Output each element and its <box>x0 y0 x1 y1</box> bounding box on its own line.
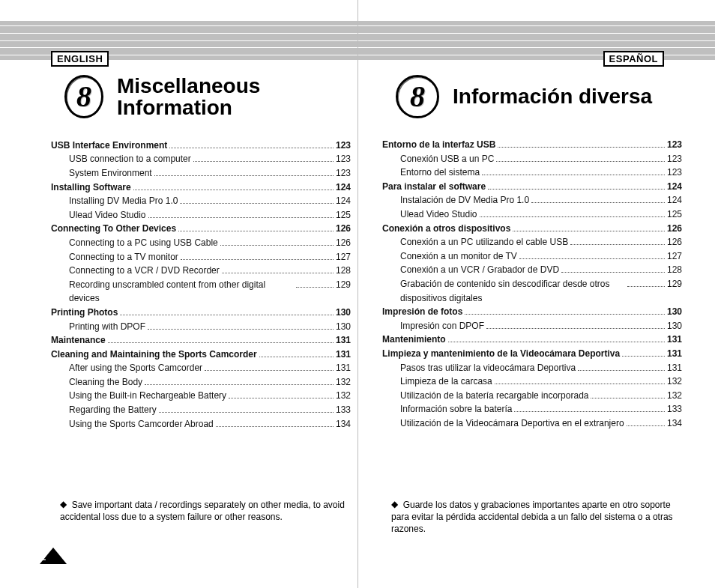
toc-entry: Using the Built-in Rechargeable Battery … <box>51 389 351 403</box>
toc-page: 131 <box>667 347 682 361</box>
toc-entry: Cleaning the Body 132 <box>51 375 351 390</box>
toc-page: 130 <box>667 319 682 333</box>
toc-entry: Entorno del sistema 123 <box>382 166 682 180</box>
toc-label: Conexión USB a un PC <box>382 152 494 166</box>
toc-entry: Installing DV Media Pro 1.0 124 <box>51 194 351 208</box>
toc-entry: Ulead Video Studio 125 <box>382 207 682 222</box>
toc-label: Installing DV Media Pro 1.0 <box>51 194 178 208</box>
toc-leader-dots <box>180 195 334 204</box>
toc-leader-dots <box>570 236 665 245</box>
toc-page: 133 <box>667 402 682 416</box>
column-spanish: 8 Información diversa Entorno de la inte… <box>382 75 682 430</box>
toc-page: 129 <box>667 277 682 291</box>
toc-label: Conexión a otros dispositivos <box>382 222 510 236</box>
toc-page: 130 <box>336 306 351 320</box>
toc-page: 131 <box>667 361 682 375</box>
toc-label: Impresión con DPOF <box>382 319 484 333</box>
toc-leader-dots <box>222 264 334 273</box>
toc-entry: Connecting to a TV monitor 127 <box>51 250 351 264</box>
toc-entry: Utilización de la Videocámara Deportiva … <box>382 416 682 431</box>
toc-entry: Conexión USB a un PC 123 <box>382 152 682 166</box>
toc-label: Limpieza y mantenimiento de la Videocáma… <box>382 347 620 361</box>
toc-label: Pasos tras utilizar la videocámara Depor… <box>382 361 576 375</box>
footnote-text: Guarde los datos y grabaciones important… <box>391 500 673 534</box>
toc-page: 134 <box>336 417 351 431</box>
toc-entry: USB connection to a computer 123 <box>51 152 351 166</box>
toc-entry: Limpieza de la carcasa 132 <box>382 375 682 389</box>
toc-page: 125 <box>667 207 682 222</box>
toc-page: 123 <box>336 166 351 181</box>
chapter-badge: 8 <box>64 75 103 118</box>
toc-label: After using the Sports Camcorder <box>51 361 202 375</box>
toc-page: 131 <box>336 361 351 375</box>
toc-entry: Información sobre la batería 133 <box>382 402 682 416</box>
toc-label: Using the Sports Camcorder Abroad <box>51 417 214 431</box>
toc-label: Entorno del sistema <box>382 166 480 180</box>
toc-entry: Connecting to a VCR / DVD Recorder 128 <box>51 264 351 278</box>
toc-entry: Para instalar el software 124 <box>382 180 682 194</box>
toc-leader-dots <box>627 278 665 287</box>
toc-entry: Limpieza y mantenimiento de la Videocáma… <box>382 347 682 361</box>
toc-page: 132 <box>667 375 682 389</box>
toc-label: Connecting to a VCR / DVD Recorder <box>51 264 220 278</box>
toc-page: 123 <box>667 138 682 152</box>
toc-leader-dots <box>496 153 665 162</box>
page-number: 122 <box>26 554 53 562</box>
toc-label: System Environment <box>51 166 152 181</box>
toc-leader-dots <box>498 139 665 148</box>
toc-entry: Printing with DPOF 130 <box>51 320 351 334</box>
toc-page: 134 <box>667 416 682 431</box>
toc-leader-dots <box>259 348 334 357</box>
chapter-badge: 8 <box>396 75 439 118</box>
toc-label: Cleaning and Maintaining the Sports Camc… <box>51 348 257 362</box>
toc-label: Grabación de contenido sin descodificar … <box>382 277 625 305</box>
toc-page: 129 <box>336 278 351 292</box>
toc-page: 124 <box>336 194 351 208</box>
toc-label: USB connection to a computer <box>51 152 191 166</box>
toc-leader-dots <box>578 362 665 371</box>
toc-entry: After using the Sports Camcorder 131 <box>51 361 351 375</box>
toc-label: Using the Built-in Rechargeable Battery <box>51 389 226 403</box>
toc-label: Ulead Video Studio <box>51 208 146 222</box>
toc-leader-dots <box>181 251 334 260</box>
chapter-title-english: Miscellaneous Information <box>117 75 351 119</box>
toc-leader-dots <box>148 209 334 218</box>
toc-label: Maintenance <box>51 333 106 348</box>
toc-page: 133 <box>336 403 351 417</box>
toc-label: Cleaning the Body <box>51 375 142 390</box>
toc-page: 126 <box>336 222 351 236</box>
toc-leader-dots <box>229 390 334 399</box>
toc-page: 123 <box>336 139 351 153</box>
toc-page: 132 <box>336 375 351 390</box>
toc-page: 126 <box>667 222 682 236</box>
toc-page: 128 <box>336 264 351 278</box>
toc-leader-dots <box>486 320 665 329</box>
toc-entry: Recording unscrambled content from other… <box>51 278 351 306</box>
toc-entry: Cleaning and Maintaining the Sports Camc… <box>51 348 351 362</box>
toc-leader-dots <box>622 348 665 357</box>
toc-leader-dots <box>514 403 665 412</box>
toc-entry: Printing Photos 130 <box>51 306 351 320</box>
footnote-english: ◆ Save important data / recordings separ… <box>60 499 352 523</box>
toc-leader-dots <box>591 390 664 398</box>
language-label-english: ENGLISH <box>51 51 109 67</box>
toc-page: 124 <box>336 181 351 195</box>
toc-entry: Utilización de la batería recargable inc… <box>382 389 682 403</box>
chapter-number: 8 <box>76 82 91 112</box>
toc-leader-dots <box>495 375 665 384</box>
diamond-bullet-icon: ◆ <box>60 498 67 510</box>
toc-page: 131 <box>667 333 682 347</box>
toc-leader-dots <box>148 321 334 330</box>
toc-leader-dots <box>154 167 334 176</box>
diamond-bullet-icon: ◆ <box>391 498 398 510</box>
toc-label: Connecting to a TV monitor <box>51 250 178 264</box>
toc-leader-dots <box>159 404 334 413</box>
toc-label: Conexión a un monitor de TV <box>382 249 517 264</box>
toc-label: USB Interface Environment <box>51 139 167 153</box>
toc-leader-dots <box>513 222 665 231</box>
toc-leader-dots <box>133 181 334 190</box>
toc-entry: Maintenance 131 <box>51 333 351 348</box>
toc-page: 123 <box>667 152 682 166</box>
toc-label: Conexión a un PC utilizando el cable USB <box>382 235 568 249</box>
toc-entry: Impresión de fotos 130 <box>382 305 682 319</box>
